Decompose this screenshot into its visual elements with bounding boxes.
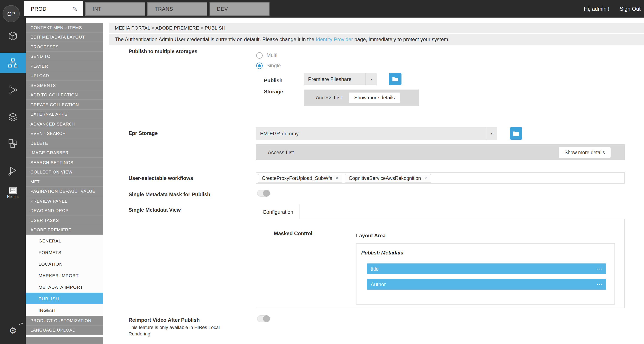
radio-row-single: Single — [256, 60, 281, 71]
reimport-toggle[interactable] — [257, 315, 270, 322]
workflow-designer-icon[interactable] — [0, 53, 26, 73]
layout-area-box: Publish Metadata title ... Author ... — [356, 243, 615, 304]
sidebar-item[interactable]: PLAYER — [26, 61, 103, 71]
sign-out-button[interactable]: Sign Out — [620, 6, 640, 12]
more-options-icon[interactable]: ... — [597, 280, 602, 286]
layers-icon[interactable] — [0, 107, 26, 127]
frames-icon[interactable] — [0, 133, 26, 154]
sidebar-item[interactable]: SEARCH SETTINGS — [26, 158, 103, 167]
cubes-icon[interactable] — [0, 26, 26, 46]
sidebar-item[interactable]: ADVANCED SEARCH — [26, 119, 103, 129]
publish-storage-browse-button[interactable] — [389, 73, 402, 85]
helmut-logo[interactable]: Helmut — [0, 184, 26, 202]
settings-gear-icon[interactable]: ⚙ — [0, 320, 26, 340]
gear-dots-icon — [19, 324, 20, 325]
workflow-tag[interactable]: CognitiveServiceAwsRekognition × — [345, 174, 431, 182]
single-view-label: Single Metadata View — [128, 207, 181, 213]
sidebar-subitem[interactable]: INGEST — [26, 304, 103, 316]
sidebar-item[interactable]: PROCESSES — [26, 42, 103, 52]
warning-text-before: The Authentication Admin User credential… — [115, 36, 316, 42]
publish-storage-label: Publish Storage — [264, 75, 298, 97]
sidebar-subitem[interactable]: GENERAL — [26, 235, 103, 246]
sidebar-item[interactable]: IMAGE GRABBER — [26, 148, 103, 158]
identity-provider-link[interactable]: Identity Provider — [316, 36, 353, 42]
toggle-knob — [263, 190, 270, 197]
sidebar-item[interactable]: ADOBE PREMIERE — [26, 225, 103, 235]
metadata-field-bar[interactable]: Author ... — [367, 279, 606, 290]
sidebar-subitem[interactable]: METADATA IMPORT — [26, 281, 103, 292]
metadata-group-label: Publish Metadata — [361, 250, 404, 256]
sidebar-item[interactable]: USER TASKS — [26, 216, 103, 225]
publish-multiple-label: Publish to multiple storages — [128, 48, 197, 54]
sidebar-item[interactable]: PREVIEW PANEL — [26, 196, 103, 206]
sidebar-item-partial[interactable] — [26, 337, 103, 344]
sidebar-item[interactable]: DELETE — [26, 138, 103, 148]
access-list-label: Access List — [268, 149, 294, 155]
sidebar-item[interactable]: LANGUAGE UPLOAD — [26, 325, 103, 335]
sidebar-item[interactable]: PAGINATION DEFAULT VALUE — [26, 186, 103, 196]
publish-storage-access-box: Access List Show more details — [304, 90, 418, 106]
sidebar-item[interactable]: DRAG AND DROP — [26, 206, 103, 216]
radio-single[interactable] — [256, 62, 263, 69]
play-node-icon[interactable] — [0, 161, 26, 181]
access-list-label: Access List — [316, 95, 342, 101]
share-branch-icon[interactable] — [0, 80, 26, 100]
workflow-tag[interactable]: CreateProxyForUpload_SubWfs × — [258, 174, 342, 182]
top-bar: PROD ✎ INT ✎ TRANS ✎ DEV ✎ Hi, admin ! S… — [0, 0, 644, 18]
epr-storage-access-box: Access List Show more details — [256, 144, 625, 160]
show-more-details-button[interactable]: Show more details — [348, 92, 400, 103]
sidebar-item[interactable]: CONTEXT MENU ITEMS — [26, 23, 103, 32]
user-avatar[interactable]: CP — [2, 5, 20, 22]
sidebar-item[interactable]: MFT — [26, 177, 103, 186]
layout-area-label: Layout Area — [356, 232, 386, 238]
sidebar-item[interactable]: ADD TO COLLECTION — [26, 90, 103, 100]
sidebar-subitem[interactable]: FORMATS — [26, 246, 103, 258]
topbar-user-area: Hi, admin ! Sign Out — [584, 0, 640, 18]
single-mask-toggle[interactable] — [257, 190, 270, 197]
helmut-label: Helmut — [7, 194, 19, 198]
environment-tab[interactable]: INT ✎ — [85, 2, 145, 16]
folder-icon — [392, 76, 398, 82]
sidebar-item[interactable]: COLLECTION VIEW — [26, 167, 103, 177]
publish-storage-value: Premiere Fileshare — [304, 73, 366, 85]
sidebar-item[interactable]: EXTERNAL APPS — [26, 110, 103, 119]
reimport-label: Reimport Video After Publish — [128, 317, 200, 323]
show-more-details-button[interactable]: Show more details — [559, 147, 610, 158]
publish-storage-select[interactable]: Premiere Fileshare ▼ — [304, 73, 377, 85]
sidebar-item[interactable]: PRODUCT CUSTOMIZATION — [26, 316, 103, 325]
remove-tag-icon[interactable]: × — [424, 175, 427, 181]
broken-image-icon — [9, 187, 17, 194]
sidebar-item[interactable]: SEND TO — [26, 52, 103, 61]
sidebar-item[interactable]: CREATE COLLECTION — [26, 100, 103, 110]
environment-tab[interactable]: DEV ✎ — [210, 2, 270, 16]
radio-single-label: Single — [266, 62, 281, 68]
single-mask-label: Single Metadata Mask for Publish — [128, 192, 210, 198]
epr-storage-select[interactable]: EM-EPR-dummy ▼ — [256, 127, 497, 140]
warning-text-after: page, immediately to protect your system… — [353, 36, 450, 42]
sidebar-item[interactable]: SEGMENTS — [26, 80, 103, 90]
sidebar-subitem[interactable]: PUBLISH — [26, 292, 103, 304]
radio-multi[interactable] — [256, 52, 263, 58]
workflow-tags-input[interactable]: CreateProxyForUpload_SubWfs × CognitiveS… — [256, 172, 625, 184]
edit-pen-icon[interactable]: ✎ — [72, 5, 78, 12]
tab-configuration[interactable]: Configuration — [256, 204, 300, 219]
environment-tab[interactable]: PROD ✎ — [24, 1, 83, 16]
more-options-icon[interactable]: ... — [597, 264, 602, 270]
epr-storage-browse-button[interactable] — [510, 127, 522, 140]
sidebar-subitem[interactable]: LOCATION — [26, 258, 103, 270]
sidebar-subitem[interactable]: MARKER IMPORT — [26, 270, 103, 281]
warning-banner: The Authentication Admin User credential… — [109, 34, 644, 45]
remove-tag-icon[interactable]: × — [335, 175, 338, 181]
environment-tabs: PROD ✎ INT ✎ TRANS ✎ DEV ✎ — [24, 0, 270, 18]
reimport-hint: This feature is only available in HiRes … — [128, 324, 229, 337]
workflows-label: User-selectable workflows — [128, 175, 193, 181]
sidebar-item[interactable]: EVENT SEARCH — [26, 129, 103, 138]
sidebar-item[interactable]: EDIT METADATA LAYOUT — [26, 32, 103, 42]
chevron-down-icon: ▼ — [486, 127, 497, 140]
radio-multi-label: Multi — [266, 52, 278, 58]
storage-mode-radio-group: Multi Single — [256, 50, 281, 71]
metadata-field-bar[interactable]: title ... — [367, 264, 606, 274]
epr-storage-value: EM-EPR-dummy — [256, 127, 486, 140]
sidebar-item[interactable]: UPLOAD — [26, 71, 103, 80]
environment-tab[interactable]: TRANS ✎ — [148, 2, 208, 16]
